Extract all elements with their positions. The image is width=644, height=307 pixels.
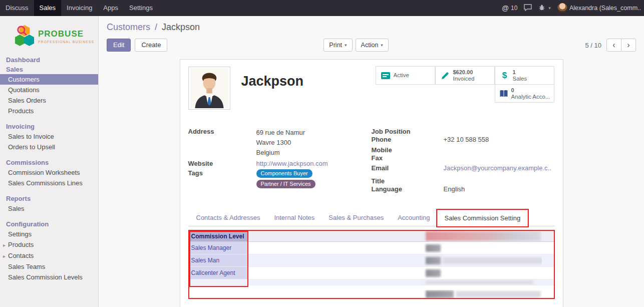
- redacted-blur: [456, 291, 541, 297]
- table-empty-row: [189, 285, 554, 290]
- sidebar-item-config-contacts[interactable]: ▸Contacts: [0, 250, 98, 261]
- dropdown-actions: Print ▾ Action ▾: [324, 39, 389, 52]
- cell-empty: [248, 290, 424, 298]
- menu-discuss[interactable]: Discuss: [0, 0, 34, 16]
- cell-commission-level[interactable]: Callcenter Agent: [189, 267, 248, 279]
- row-tail: [542, 267, 554, 279]
- logo-subtitle: PROFESSIONAL BUSINESS: [38, 40, 94, 44]
- tab-internal-notes[interactable]: Internal Notes: [267, 210, 321, 226]
- table-header-row: Commission Level: [189, 231, 554, 242]
- bug-icon: [538, 4, 545, 13]
- sidebar-item-sales-commission-levels[interactable]: Sales Commission Levels: [0, 272, 98, 282]
- stat-text: Active: [394, 72, 409, 79]
- edit-button[interactable]: Edit: [107, 39, 131, 52]
- sidebar-heading-configuration[interactable]: Configuration: [0, 219, 98, 229]
- sidebar-item-label: Contacts: [8, 252, 34, 259]
- chevron-right-icon: ›: [627, 41, 629, 50]
- sidebar-item-products[interactable]: Products: [0, 106, 98, 116]
- top-menu: Discuss Sales Invoicing Apps Settings: [0, 0, 158, 16]
- sidebar-item-config-products[interactable]: ▸Products: [0, 239, 98, 250]
- stat-value: 0: [511, 87, 550, 94]
- sidebar-item-sales-commissions-lines[interactable]: Sales Commissions Lines: [0, 178, 98, 188]
- expand-arrow-icon[interactable]: ▸: [3, 240, 8, 250]
- stat-label: Sales: [513, 76, 527, 82]
- create-button[interactable]: Create: [135, 39, 167, 52]
- cell-empty: [189, 285, 248, 290]
- email-label: Email: [372, 164, 444, 172]
- sidebar-heading-reports[interactable]: Reports: [0, 194, 98, 203]
- phone-value: +32 10 588 558: [444, 136, 489, 144]
- tab-sales-purchases[interactable]: Sales & Purchases: [321, 210, 391, 226]
- pager-next-button[interactable]: ›: [621, 39, 636, 52]
- sidebar-heading-invoicing[interactable]: Invoicing: [0, 122, 98, 131]
- cell-commission-level[interactable]: Sales Manager: [189, 242, 248, 254]
- print-dropdown-button[interactable]: Print ▾: [324, 39, 352, 52]
- sidebar-item-settings[interactable]: Settings: [0, 229, 98, 239]
- menu-invoicing[interactable]: Invoicing: [61, 0, 98, 16]
- redacted-blur: [426, 244, 441, 252]
- website-link[interactable]: http://www.jackpson.com: [256, 160, 328, 167]
- pager-previous-button[interactable]: ‹: [606, 39, 621, 52]
- app-logo[interactable]: PROBUSE PROFESSIONAL BUSINESS: [0, 16, 98, 55]
- redacted-blur: [443, 257, 542, 264]
- column-header-commission-level[interactable]: Commission Level: [189, 231, 248, 241]
- tab-accounting[interactable]: Accounting: [391, 210, 437, 226]
- email-link[interactable]: Jackpson@yourcompany.example.c..: [444, 164, 551, 172]
- sidebar-item-sales-to-invoice[interactable]: Sales to Invoice: [0, 131, 98, 142]
- logo-title: PROBUSE: [38, 29, 94, 39]
- redacted-blur: [426, 290, 454, 298]
- debug-menu-button[interactable]: ▾: [538, 4, 551, 13]
- cell-spacer: [248, 254, 424, 266]
- sidebar-item-quotations[interactable]: Quotations: [0, 85, 98, 95]
- header-spacer: [248, 231, 424, 241]
- sidebar-item-sales-teams[interactable]: Sales Teams: [0, 261, 98, 272]
- mention-count: 10: [511, 5, 517, 12]
- mentions-button[interactable]: @ 10: [502, 4, 517, 12]
- tag-partner-it-services: Partner / IT Services: [256, 180, 315, 188]
- sidebar-item-orders-to-upsell[interactable]: Orders to Upsell: [0, 142, 98, 152]
- address-field: Address 69 rue de Namur Wavre 1300 Belgi…: [188, 128, 372, 158]
- table-empty-row: [189, 290, 554, 298]
- sidebar-item-commission-worksheets[interactable]: Commission Worksheets: [0, 167, 98, 178]
- tab-sales-commission-setting[interactable]: Sales Commission Setting: [437, 210, 528, 226]
- tab-contacts-addresses[interactable]: Contacts & Addresses: [189, 210, 267, 226]
- redacted-cell: [424, 254, 542, 266]
- invoiced-stat-button[interactable]: $620.00 Invoiced: [435, 66, 495, 85]
- redacted-header-area: [424, 231, 542, 241]
- cell-empty: [189, 290, 248, 298]
- action-dropdown-button[interactable]: Action ▾: [356, 39, 389, 52]
- sidebar-item-label: Products: [8, 241, 34, 248]
- redacted-blur: [426, 269, 441, 277]
- redacted-cell: [424, 279, 542, 285]
- title-field: Title: [372, 177, 555, 185]
- breadcrumb-customers-link[interactable]: Customers: [107, 22, 150, 32]
- table-row-sales-manager[interactable]: Sales Manager: [189, 242, 554, 254]
- address-street: 69 rue de Namur: [256, 128, 305, 138]
- cell-commission-level[interactable]: Sales Man: [189, 254, 248, 266]
- row-tail: [542, 290, 554, 298]
- messages-button[interactable]: [524, 4, 532, 13]
- sidebar-heading-dashboard[interactable]: Dashboard: [0, 55, 98, 65]
- record-form-sheet: Jackpson Active: [180, 59, 563, 307]
- sidebar-item-sales-orders[interactable]: Sales Orders: [0, 95, 98, 106]
- top-navbar: Discuss Sales Invoicing Apps Settings @ …: [0, 0, 644, 16]
- cell-empty: [248, 285, 424, 290]
- sidebar-heading-commissions[interactable]: Commissions: [0, 158, 98, 167]
- sidebar-heading-sales[interactable]: Sales: [0, 65, 98, 74]
- active-stat-button[interactable]: Active: [376, 66, 435, 85]
- menu-sales[interactable]: Sales: [34, 0, 62, 16]
- menu-apps[interactable]: Apps: [98, 0, 124, 16]
- user-menu-button[interactable]: Alexandra (Sales_comm..: [557, 3, 641, 13]
- sales-stat-button[interactable]: $ 1 Sales: [495, 66, 554, 85]
- sidebar-item-customers[interactable]: Customers: [0, 74, 98, 85]
- cell-empty: [189, 279, 248, 285]
- expand-arrow-icon[interactable]: ▸: [3, 251, 8, 261]
- stat-label: Invoiced: [453, 76, 475, 82]
- sidebar-item-reports-sales[interactable]: Sales: [0, 203, 98, 214]
- menu-settings[interactable]: Settings: [124, 0, 158, 16]
- table-empty-row: [189, 279, 554, 285]
- title-label: Title: [372, 177, 444, 185]
- table-row-callcenter-agent[interactable]: Callcenter Agent: [189, 267, 554, 279]
- table-row-sales-man[interactable]: Sales Man: [189, 254, 554, 267]
- analytic-accounts-stat-button[interactable]: 0 Analytic Acco...: [495, 84, 554, 103]
